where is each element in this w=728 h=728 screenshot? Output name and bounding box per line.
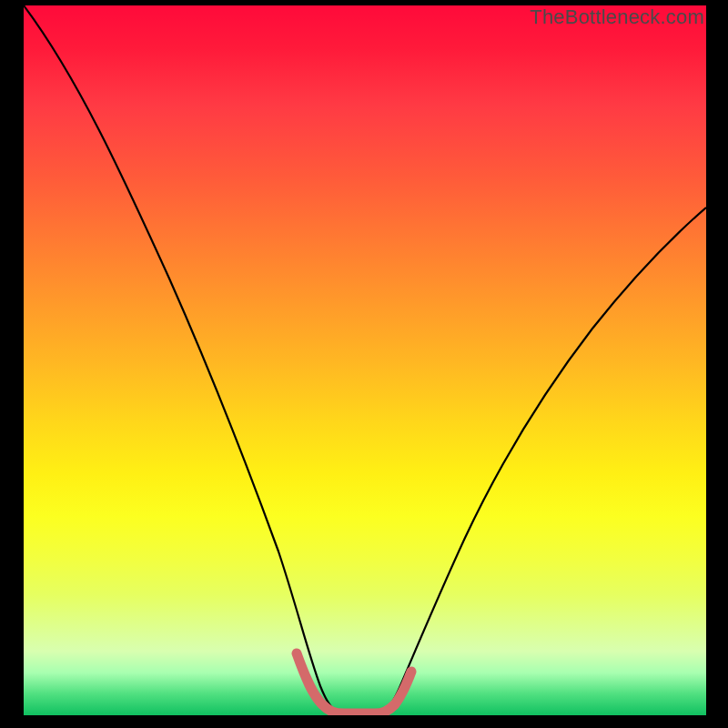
chart-svg	[24, 5, 706, 715]
chart-frame: TheBottleneck.com	[0, 0, 728, 728]
bottleneck-curve-path	[24, 5, 706, 712]
watermark-text: TheBottleneck.com	[530, 5, 704, 29]
good-zone-path	[297, 653, 411, 713]
plot-area	[24, 5, 706, 715]
